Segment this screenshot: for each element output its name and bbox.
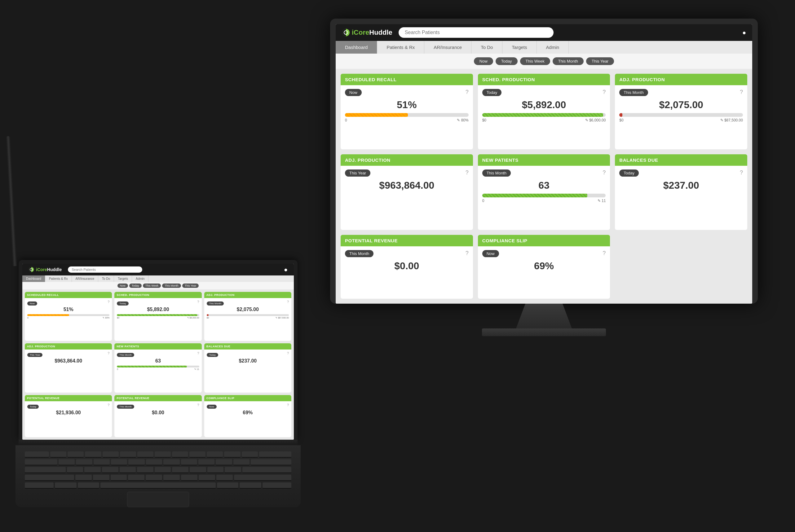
time-btn-month[interactable]: This Month (553, 57, 584, 65)
help-icon[interactable]: ? (197, 300, 199, 304)
key (25, 482, 54, 489)
key (263, 482, 291, 489)
card-body: This Month ? $0.00 (114, 401, 202, 418)
help-icon[interactable]: ? (466, 250, 469, 256)
laptop-logo-part2: Huddle (47, 267, 62, 272)
laptop-card-2: SCHED. PRODUCTION Today ? $5,892.00 $0 ✎… (114, 292, 202, 341)
key (224, 452, 240, 458)
nav-tab-admin[interactable]: Admin (537, 41, 569, 54)
keyboard-row (25, 452, 291, 458)
card-body: Now ? 69% (478, 246, 610, 277)
help-icon[interactable]: ? (197, 352, 199, 355)
help-icon[interactable]: ? (466, 170, 469, 176)
app-header: iCoreHuddle ● (336, 24, 752, 41)
progress-left: $0 (619, 118, 623, 122)
empty-slot (615, 235, 747, 299)
help-icon[interactable]: ? (197, 403, 199, 407)
help-icon[interactable]: ? (287, 403, 289, 407)
search-input[interactable] (399, 27, 553, 38)
card-value: 69% (207, 410, 289, 416)
card-body: Now ? 51% 0 ✎ 80% (25, 298, 112, 322)
help-icon[interactable]: ? (108, 352, 109, 355)
key (78, 482, 99, 489)
key (198, 459, 214, 466)
card-sched-production: SCHED. PRODUCTION Today ? $5,892.00 $0 ✎… (478, 74, 610, 149)
card-value: 51% (345, 99, 469, 111)
laptop-logo-part1: iCore (36, 267, 47, 272)
card-header: SCHED. PRODUCTION (478, 74, 610, 85)
nav-tab-dashboard[interactable]: Dashboard (336, 41, 377, 54)
key (84, 467, 101, 473)
keyboard-row (25, 467, 291, 473)
card-body: This Month ? 63 0 ✎ 11 (114, 349, 202, 373)
laptop-nav-targets[interactable]: Targets (114, 276, 132, 282)
card-badge: This Month (117, 353, 134, 357)
card-badge: Today (207, 353, 218, 357)
laptop-nav-ar[interactable]: AR/Insurance (72, 276, 98, 282)
card-header: POTENTIAL REVENUE (114, 395, 202, 401)
card-potential-revenue: POTENTIAL REVENUE This Month ? $0.00 (341, 235, 473, 299)
progress-container: 0 ✎ 11 (482, 194, 606, 203)
laptop-card-7: POTENTIAL REVENUE Today ? $21,936.00 (25, 395, 112, 437)
laptop-nav-patients[interactable]: Patients & Rx (45, 276, 72, 282)
laptop-nav-todo[interactable]: To Do (98, 276, 114, 282)
card-body: Today ? $5,892.00 $0 ✎ $6,000.00 (478, 85, 610, 127)
help-icon[interactable]: ? (740, 89, 743, 95)
key (190, 467, 206, 473)
key (207, 452, 223, 458)
laptop-user-icon: ● (284, 266, 288, 273)
nav-tab-patients[interactable]: Patients & Rx (377, 41, 424, 54)
laptop-card-9: COMPLIANCE SLIP Now ? 69% (204, 395, 291, 437)
key (155, 452, 171, 458)
card-badge: Today (482, 89, 502, 96)
key (181, 459, 197, 466)
card-header: SCHED. PRODUCTION (114, 292, 202, 298)
help-icon[interactable]: ? (466, 89, 469, 95)
laptop-time-btn-today[interactable]: Today (129, 284, 141, 288)
laptop-nav-dashboard[interactable]: Dashboard (22, 276, 45, 282)
laptop-search-input[interactable] (68, 266, 142, 273)
logo-text: iCoreHuddle (352, 28, 392, 37)
laptop-time-btn-year[interactable]: This Year (182, 284, 199, 288)
laptop-touchpad[interactable] (127, 492, 189, 507)
key (25, 475, 74, 481)
help-icon[interactable]: ? (287, 300, 289, 304)
time-btn-year[interactable]: This Year (586, 57, 614, 65)
key (240, 482, 261, 489)
card-badge: This Year (27, 353, 42, 357)
laptop-app-logo: iCoreHuddle (29, 267, 62, 272)
key (85, 452, 101, 458)
help-icon[interactable]: ? (603, 250, 606, 256)
progress-left: 0 (117, 368, 118, 370)
laptop-time-btn-month[interactable]: This Month (162, 284, 181, 288)
laptop-screen: iCoreHuddle ● Dashboard Patients & Rx AR… (22, 264, 294, 440)
card-body: This Month ? $2,075.00 $0 ✎ $87,500.00 (615, 85, 747, 127)
key (216, 459, 232, 466)
laptop-nav-admin[interactable]: Admin (132, 276, 149, 282)
laptop-dashboard-grid: SCHEDULED RECALL Now ? 51% 0 ✎ 80% (22, 289, 294, 440)
help-icon[interactable]: ? (108, 300, 109, 304)
progress-labels: $0 ✎ $87,500.00 (619, 118, 743, 122)
nav-tab-todo[interactable]: To Do (471, 41, 503, 54)
help-icon[interactable]: ? (603, 170, 606, 176)
time-btn-week[interactable]: This Week (520, 57, 550, 65)
card-value: 69% (482, 260, 606, 272)
nav-tab-targets[interactable]: Targets (503, 41, 536, 54)
time-btn-today[interactable]: Today (496, 57, 517, 65)
help-icon[interactable]: ? (287, 352, 289, 355)
help-icon[interactable]: ? (740, 170, 743, 176)
key (259, 452, 291, 458)
time-btn-now[interactable]: Now (474, 57, 493, 65)
laptop-time-btn-now[interactable]: Now (117, 284, 128, 288)
card-body: This Year ? $963,864.00 (25, 349, 112, 366)
help-icon[interactable]: ? (108, 403, 109, 407)
key (111, 459, 127, 466)
key (120, 452, 136, 458)
laptop-time-btn-week[interactable]: This Week (143, 284, 161, 288)
key (172, 467, 188, 473)
keyboard-row (25, 475, 291, 481)
help-icon[interactable]: ? (603, 89, 606, 95)
nav-tab-ar[interactable]: AR/Insurance (424, 41, 471, 54)
laptop-card-6: BALANCES DUE Today ? $237.00 (204, 343, 291, 392)
card-value: $963,864.00 (345, 180, 469, 191)
